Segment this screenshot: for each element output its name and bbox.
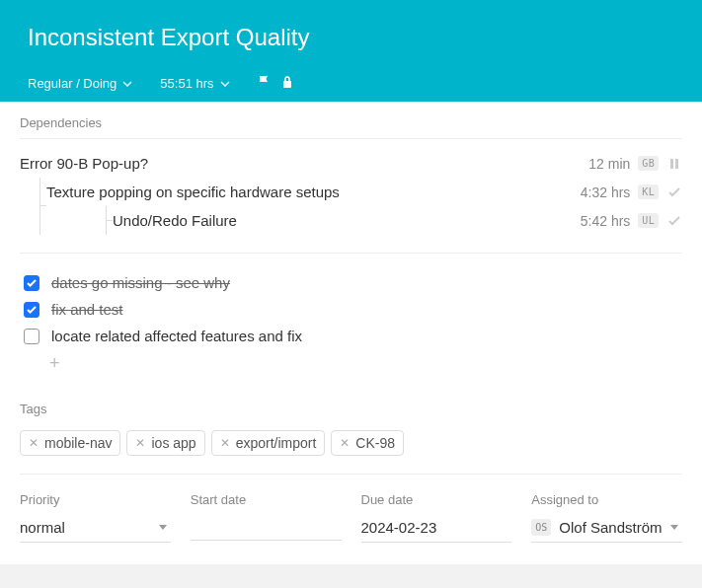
start-date-input[interactable]: [191, 517, 342, 541]
fields-row: Priority normal Start date Due date 2024…: [20, 475, 682, 564]
dependencies-section-label: Dependencies: [20, 102, 682, 139]
tag[interactable]: ✕export/import: [211, 430, 326, 456]
tag[interactable]: ✕CK-98: [331, 430, 404, 456]
chevron-down-icon: [122, 81, 132, 87]
flag-icon[interactable]: [258, 75, 272, 92]
assignee-name: Olof Sandström: [559, 519, 662, 536]
dependency-name: Undo/Redo Failure: [113, 212, 575, 229]
user-initials-badge: UL: [638, 213, 659, 228]
assigned-to-select[interactable]: OS Olof Sandström: [531, 517, 682, 543]
dependency-row[interactable]: Undo/Redo Failure 5:42 hrs UL: [113, 206, 682, 235]
checkbox[interactable]: [24, 329, 39, 344]
tag-label: CK-98: [355, 435, 395, 451]
due-date-input[interactable]: 2024-02-23: [361, 517, 512, 543]
tag-label: export/import: [236, 435, 317, 451]
task-header: Inconsistent Export Quality Regular / Do…: [0, 0, 702, 102]
checkbox[interactable]: [24, 275, 39, 291]
todo-label: dates go missing - see why: [51, 274, 230, 291]
footer-updated-text: updated a few seconds ago: [0, 564, 702, 588]
priority-select[interactable]: normal: [20, 517, 171, 543]
priority-value: normal: [20, 519, 65, 536]
todo-label: locate related affected features and fix: [51, 328, 302, 344]
task-title: Inconsistent Export Quality: [28, 24, 674, 75]
check-icon: [666, 214, 682, 228]
field-label: Priority: [20, 492, 171, 507]
priority-field: Priority normal: [20, 492, 171, 543]
hours-label: 55:51 hrs: [160, 76, 213, 91]
tag[interactable]: ✕mobile-nav: [20, 430, 120, 456]
dependency-name: Texture popping on specific hardware set…: [46, 184, 575, 200]
user-initials-badge: KL: [638, 184, 659, 199]
due-date-value: 2024-02-23: [361, 519, 437, 536]
tags-row: ✕mobile-nav ✕ios app ✕export/import ✕CK-…: [20, 420, 682, 475]
remove-tag-icon[interactable]: ✕: [29, 436, 39, 450]
user-initials-badge: GB: [638, 156, 659, 171]
chevron-down-icon: [220, 81, 230, 87]
dependency-time: 4:32 hrs: [575, 184, 630, 200]
field-label: Due date: [361, 492, 512, 507]
checkbox[interactable]: [24, 302, 39, 318]
field-label: Start date: [191, 492, 342, 507]
tag[interactable]: ✕ios app: [126, 430, 204, 456]
assigned-to-field: Assigned to OS Olof Sandström: [531, 492, 682, 543]
hours-dropdown[interactable]: 55:51 hrs: [160, 76, 229, 91]
dependency-time: 12 min: [575, 156, 630, 172]
due-date-field: Due date 2024-02-23: [361, 492, 512, 543]
remove-tag-icon[interactable]: ✕: [340, 436, 350, 450]
todo-label: fix and test: [51, 301, 123, 318]
status-dropdown[interactable]: Regular / Doing: [28, 76, 132, 91]
dependency-name: Error 90-B Pop-up?: [20, 155, 575, 172]
lock-icon[interactable]: [281, 75, 293, 92]
status-label: Regular / Doing: [28, 76, 117, 91]
dependency-row[interactable]: Error 90-B Pop-up? 12 min GB: [20, 149, 682, 178]
remove-tag-icon[interactable]: ✕: [135, 436, 145, 450]
todo-item[interactable]: dates go missing - see why: [20, 269, 682, 296]
todo-item[interactable]: fix and test: [20, 296, 682, 323]
task-meta-bar: Regular / Doing 55:51 hrs: [28, 75, 674, 102]
tag-label: ios app: [151, 435, 195, 451]
start-date-field: Start date: [191, 492, 342, 543]
todo-list: dates go missing - see why fix and test …: [20, 254, 682, 388]
dependency-row[interactable]: Texture popping on specific hardware set…: [46, 178, 682, 206]
check-icon: [666, 185, 682, 199]
svg-rect-2: [675, 159, 678, 169]
pause-icon: [666, 158, 682, 170]
svg-rect-1: [670, 159, 673, 169]
dependencies-list: Error 90-B Pop-up? 12 min GB Texture pop…: [20, 139, 682, 254]
assignee-initials-badge: OS: [531, 519, 551, 536]
todo-item[interactable]: locate related affected features and fix: [20, 323, 682, 349]
dropdown-arrow-icon: [670, 525, 678, 530]
add-todo-button[interactable]: +: [20, 349, 682, 378]
tags-section-label: Tags: [20, 388, 682, 420]
svg-rect-0: [283, 81, 291, 88]
dependency-time: 5:42 hrs: [575, 213, 630, 229]
field-label: Assigned to: [531, 492, 682, 507]
remove-tag-icon[interactable]: ✕: [220, 436, 230, 450]
tag-label: mobile-nav: [44, 435, 112, 451]
dropdown-arrow-icon: [159, 525, 167, 530]
